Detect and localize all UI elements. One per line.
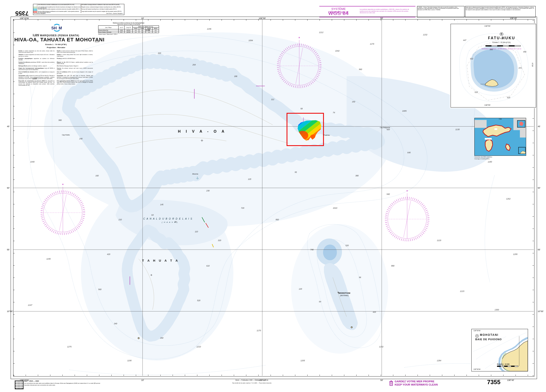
sounding: 365 — [490, 48, 493, 51]
note-fr: Topographie établie d'après les cartes d… — [19, 75, 55, 79]
note-en: Sources the primary surveys and most rec… — [57, 68, 93, 71]
sounding: 456 — [523, 51, 526, 53]
tide-value: 0,3 — [152, 31, 159, 33]
tide-col-place: Lieu / Place — [98, 26, 118, 29]
note-row: Système de référence géodésique WGS84 ; … — [19, 62, 93, 65]
inset-enc-top-label: 7355 — [474, 118, 526, 120]
chart-number-top-left: 7355 — [15, 10, 29, 17]
tide-col-group: Pleine mer / Basse mer (m) — [132, 26, 159, 27]
anchorage-icon: ⚓ — [196, 176, 199, 179]
graticule-label-right: 10°00' — [538, 310, 543, 313]
place-label-atuona: Atuona — [192, 173, 198, 175]
sea-label-canal-du-bordelais: C A N A L D U B O R D E L A I S — [143, 217, 193, 220]
sounding: 423 — [500, 37, 503, 39]
inset-a-letter: A — [475, 334, 479, 338]
note-row: Altitudes en mètres rapportées au niveau… — [19, 54, 93, 57]
note-en: Heights in metres above Mean Sea Level; … — [57, 54, 93, 57]
chart-usage-note-box: Cette carte ne dispense pas de l'usage d… — [465, 6, 536, 18]
tide-place: Atuona (Hiva-Oa) — [98, 29, 118, 31]
graticule-label-top: 139°00' — [259, 17, 266, 20]
note-fr: Positions géographiques rapportées au sy… — [19, 58, 55, 61]
inset-a-scale-bar — [497, 366, 518, 367]
island-label-mohotani-alt: (MOTANE) — [340, 294, 349, 297]
note-fr: Altitudes en mètres rapportées au niveau… — [19, 54, 55, 57]
note-fr: Zone de fiabilité des données (ZOC) : vo… — [19, 72, 55, 74]
place-label-cap-balguerie: Cap Balguerie — [380, 127, 390, 128]
graticule-label-left: 50' — [7, 187, 10, 189]
note-en: Topography from IGN 1:50 000 maps of Hiv… — [57, 75, 93, 79]
tide-place: Hana Vaitahu (Tahuata) — [98, 31, 118, 33]
note-fr: Sondes en mètres rapportées au zéro des … — [19, 50, 55, 53]
graticule-label-right: 55' — [538, 248, 540, 251]
corrections-text: Les corrections de cette carte sont publ… — [24, 383, 100, 386]
note-row: Topographie établie d'après les cartes d… — [19, 75, 93, 79]
note-fr: Dispositifs de concentration de poissons… — [19, 80, 55, 86]
chart-subtitle: ÎLES MARQUISES (FENUA ENATA) — [19, 34, 94, 37]
publication-line: Brest — Publication 1990 — Édition n° 5 … — [206, 379, 298, 381]
legend-footer-fr: Voir Guide du Navigateur — [34, 13, 46, 14]
tide-subheader: PMME — [139, 27, 146, 29]
sounding: 515 — [474, 91, 478, 93]
geodetic-datum: WGS 84 — [321, 10, 356, 16]
tide-value: 1,2 — [139, 31, 146, 33]
inset-a-letter-badge: A — [475, 333, 479, 338]
sounding: 502 — [470, 58, 473, 60]
note-en: Fish aggregating devices (FAD) Some fish… — [57, 80, 93, 86]
tide-lat: 9°48' — [118, 29, 124, 31]
tide-subheader: BMME — [146, 27, 152, 29]
tide-col-lat: Lat. S — [118, 26, 124, 29]
source-legend-box: Levés effectués au sondeur multifaisceau… — [33, 4, 124, 15]
chart-projection: Projection : Mercator — [19, 46, 94, 49]
note-fr: Origine des renseignements hydrographiqu… — [19, 68, 55, 71]
chart-title: HIVA-OA, TAHUATA ET MOHOTANI — [14, 37, 98, 43]
chart-scale: Échelle 1 : 70 000 (9°50') — [19, 43, 94, 46]
place-label-cap-kiukiu: Cap Kiukiu — [62, 134, 70, 136]
island-label-hiva-oa: H I V A - O A — [178, 130, 226, 134]
legend-text-fr: Données bathymétriques insuffisantes ou … — [37, 11, 81, 13]
inset-a-title: MOHOTANI — [480, 333, 498, 337]
sea-label-canal-alt: ( H A A V A ) — [162, 221, 178, 223]
graticule-label-top: 10' — [141, 17, 144, 20]
tide-value: 0,4 — [146, 31, 152, 33]
graticule-label-bottom: 138°40' — [507, 379, 514, 381]
tide-subheader: BMVE — [152, 27, 159, 29]
svg-text:SH: SH — [51, 26, 57, 30]
inset-enc-caption-en: Coverage of existing ENCs — [474, 158, 490, 159]
trash-bin-icon — [389, 380, 393, 386]
graticule-label-right: 50' — [538, 187, 540, 189]
place-label-puamau: Puamau — [324, 134, 330, 136]
tide-value: 1,6 — [132, 31, 139, 33]
tide-lon: 139°06' — [124, 31, 133, 33]
legend-row: Levés par lignes de sondes espacées ou d… — [33, 9, 124, 11]
sounding: 520 — [507, 96, 510, 99]
geodetic-note: Les positions rapportées au système géod… — [360, 9, 414, 14]
tide-table: Hauteurs en mètres au-dessus du zéro hyd… — [98, 22, 159, 35]
geodetic-datum-box: SYSTÈME GÉODÉSIQUE WGS 84 Les positions … — [319, 6, 416, 17]
tide-value: 0,4 — [146, 29, 152, 31]
inset-a-subtitle: BAIE DE PUIOONO — [475, 338, 502, 341]
inset-enc-coverage: 7355 — [474, 118, 526, 156]
keep-clean-en: KEEP YOUR WATERWAYS CLEAN — [395, 383, 438, 386]
tide-value: 0,3 — [152, 29, 159, 31]
graticule-label-left: 55' — [7, 248, 10, 251]
legend-text-en: Full seafloor coverage achieved, multibe… — [81, 4, 124, 7]
keep-clean-fr: GARDEZ VOTRE MER PROPRE — [395, 380, 434, 383]
tide-col-lon: Long. W — [124, 26, 133, 29]
inset-b-soundings: 447423502472515520456365 — [451, 24, 536, 107]
tide-lat: 9°57' — [118, 31, 124, 33]
tick-band-bottom — [13, 375, 534, 376]
island-label-tahuata: T A H U A T A — [142, 259, 179, 262]
note-row: Sondes en mètres rapportées au zéro des … — [19, 50, 93, 53]
note-row: Zone de fiabilité des données (ZOC) : vo… — [19, 72, 93, 74]
svg-text:M: M — [59, 26, 62, 30]
legend-text-fr: Levés par lignes de sondes espacées ou d… — [37, 9, 81, 11]
tick-band-left — [13, 20, 14, 376]
legend-text-en: Large depth anomalies may be expected; n… — [81, 11, 124, 13]
chart-notes: Sondes en mètres rapportées au zéro des … — [19, 50, 93, 87]
legend-chip — [33, 9, 37, 11]
note-en: Mapped on the WGS 84 Datum; satellite-de… — [57, 62, 93, 65]
tide-value: 1,6 — [132, 29, 139, 31]
inset-a-scale: Échelle 1 : 10 000 — [497, 363, 509, 365]
inset-a-lon-bottom: 139°00'W — [474, 368, 480, 370]
graticule-label-left: 45' — [7, 125, 10, 128]
